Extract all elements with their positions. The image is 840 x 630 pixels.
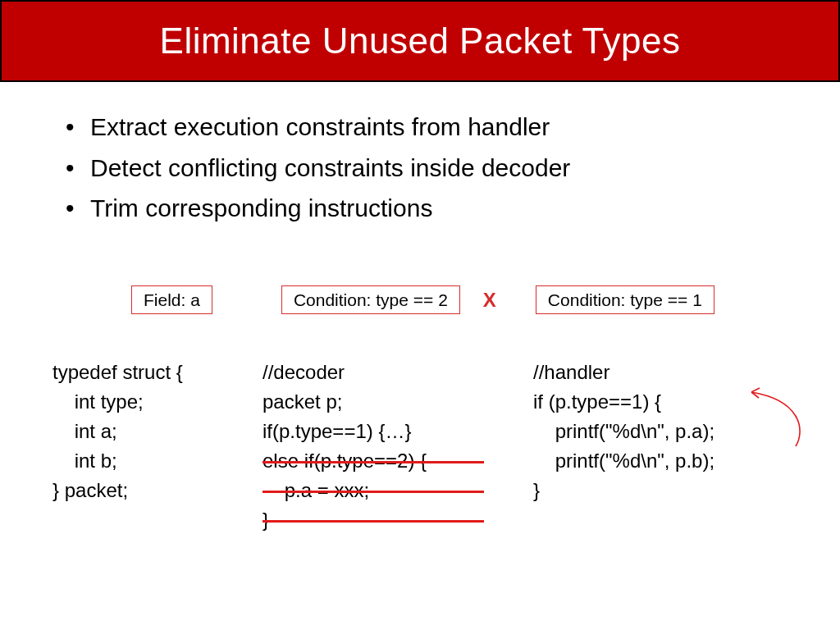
badge-field: Field: a bbox=[131, 285, 212, 314]
badge-condition-2: Condition: type == 2 bbox=[281, 285, 460, 314]
title-bar: Eliminate Unused Packet Types bbox=[0, 0, 840, 82]
bullet-item: Trim corresponding instructions bbox=[57, 188, 783, 229]
slide-title: Eliminate Unused Packet Types bbox=[160, 21, 681, 62]
code-handler: //handler if (p.type==1) { printf("%d\n"… bbox=[533, 358, 714, 505]
code-decoder: //decoder packet p; if(p.type==1) {…} el… bbox=[262, 358, 427, 535]
conflict-x-icon: X bbox=[483, 289, 496, 312]
arrow-icon bbox=[735, 384, 809, 466]
badge-row: Field: a Condition: type == 2 X Conditio… bbox=[0, 285, 840, 314]
badge-condition-1: Condition: type == 1 bbox=[536, 285, 714, 314]
code-struct: typedef struct { int type; int a; int b;… bbox=[52, 358, 183, 505]
bullet-list: Extract execution constraints from handl… bbox=[0, 82, 840, 229]
bullet-item: Extract execution constraints from handl… bbox=[57, 107, 783, 148]
bullet-item: Detect conflicting constraints inside de… bbox=[57, 148, 783, 189]
